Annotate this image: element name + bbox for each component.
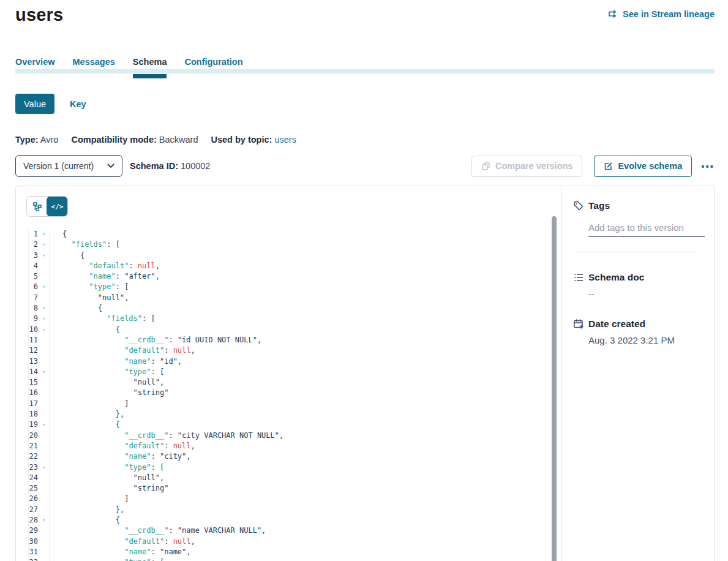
version-bar: Version 1 (current) Schema ID: 100002 Co… [15, 155, 715, 177]
tab-messages[interactable]: Messages [73, 56, 115, 73]
line-number: 28 [16, 515, 38, 525]
code-line: 22 "name": "city", [16, 451, 561, 462]
tab-schema[interactable]: Schema [133, 56, 167, 73]
fold-arrow-icon [38, 505, 50, 515]
tags-section: Tags [573, 200, 699, 252]
code-line: 30 "default": null, [16, 537, 561, 547]
code-line-text: { [50, 515, 120, 525]
code-line: 20 "__crdb__": "city VARCHAR NOT NULL", [16, 431, 561, 441]
code-line: 24 "null", [16, 473, 561, 483]
tree-view-icon [32, 201, 42, 211]
version-actions: Compare versions Evolve schema ••• [471, 156, 715, 177]
fold-arrow-icon [38, 377, 50, 388]
code-line: 27 }, [16, 505, 561, 515]
line-number: 2 [16, 239, 38, 250]
line-number: 11 [16, 335, 38, 345]
code-line: 1▾{ [16, 229, 561, 239]
line-number: 10 [16, 325, 38, 335]
fold-arrow-icon [38, 261, 50, 271]
fold-arrow-icon[interactable]: ▾ [38, 239, 50, 250]
type-value: Avro [40, 135, 59, 145]
code-line: 10▾ { [16, 325, 561, 335]
line-number: 14 [16, 367, 38, 377]
code-line: 28▾ { [16, 515, 561, 525]
more-actions-button[interactable]: ••• [701, 161, 715, 171]
fold-arrow-icon[interactable]: ▾ [38, 557, 50, 561]
fold-arrow-icon[interactable]: ▾ [38, 303, 50, 314]
line-number: 30 [16, 537, 38, 547]
see-in-stream-lineage-link[interactable]: See in Stream lineage [608, 9, 715, 19]
code-line: 7 "null", [16, 293, 561, 303]
code-line: 26 ] [16, 494, 561, 504]
fold-arrow-icon [38, 293, 50, 303]
line-number: 7 [16, 293, 38, 303]
topic-link[interactable]: users [274, 135, 296, 145]
line-number: 16 [16, 388, 38, 398]
fold-arrow-icon[interactable]: ▾ [38, 325, 50, 335]
code-line-text: ] [50, 399, 129, 409]
code-line-text: "type": [ [50, 462, 164, 473]
evolve-schema-button[interactable]: Evolve schema [594, 156, 692, 177]
evolve-schema-label: Evolve schema [618, 161, 682, 171]
compatibility-field: Compatibility mode: Backward [71, 135, 198, 145]
line-number: 27 [16, 505, 38, 515]
compare-icon [481, 162, 490, 171]
fold-arrow-icon [38, 473, 50, 483]
code-line: 8▾ { [16, 303, 561, 314]
schema-doc-value: -- [588, 288, 699, 299]
type-label: Type: [15, 135, 39, 145]
line-number: 18 [16, 409, 38, 420]
value-key-toggle: Value Key [15, 94, 715, 114]
fold-arrow-icon[interactable]: ▾ [38, 462, 50, 473]
date-created-title: Date created [588, 318, 645, 329]
value-toggle-button[interactable]: Value [15, 94, 54, 114]
stream-lineage-icon [608, 9, 618, 19]
tag-icon [573, 200, 584, 211]
compare-versions-button[interactable]: Compare versions [471, 156, 583, 177]
add-tags-input[interactable] [588, 220, 705, 237]
tree-view-button[interactable] [27, 197, 47, 216]
key-toggle-button[interactable]: Key [70, 99, 86, 109]
date-created-header: Date created [573, 318, 699, 329]
code-line-text: "default": null, [50, 441, 195, 451]
editor-scrollbar[interactable] [552, 216, 557, 561]
schema-doc-section: Schema doc -- [573, 272, 699, 299]
code-line: 13 "name": "id", [16, 356, 561, 367]
fold-arrow-icon[interactable]: ▾ [38, 515, 50, 525]
code-line-text: "name": "id", [50, 356, 182, 367]
fold-arrow-icon [38, 335, 50, 345]
code-line-text: { [50, 229, 67, 239]
line-number: 19 [16, 420, 38, 430]
line-number: 12 [16, 345, 38, 356]
code-editor[interactable]: 1▾{2▾ "fields": [3▾ {4 "default": null,5… [16, 229, 561, 561]
code-line-text: "string" [50, 483, 168, 494]
fold-arrow-icon[interactable]: ▾ [38, 420, 50, 430]
fold-arrow-icon [38, 409, 50, 420]
fold-arrow-icon [38, 388, 50, 398]
line-number: 6 [16, 282, 38, 292]
version-select[interactable]: Version 1 (current) [15, 155, 122, 177]
code-view-button[interactable]: </> [47, 197, 67, 216]
fold-arrow-icon[interactable]: ▾ [38, 314, 50, 324]
fold-arrow-icon [38, 271, 50, 282]
code-line: 32▾ "type": [ [16, 557, 561, 561]
line-number: 5 [16, 271, 38, 282]
code-line-text: }, [50, 409, 124, 420]
tags-body [588, 211, 699, 237]
fold-arrow-icon[interactable]: ▾ [38, 229, 50, 239]
schema-id-label: Schema ID: [130, 161, 178, 171]
fold-arrow-icon [38, 537, 50, 547]
line-number: 23 [16, 462, 38, 473]
line-number: 22 [16, 451, 38, 462]
code-line: 16 "string" [16, 388, 561, 398]
line-number: 4 [16, 261, 38, 271]
code-line-text: "default": null, [50, 345, 195, 356]
fold-arrow-icon[interactable]: ▾ [38, 282, 50, 292]
tab-configuration[interactable]: Configuration [184, 56, 242, 73]
compatibility-value: Backward [159, 135, 198, 145]
tab-overview[interactable]: Overview [15, 56, 55, 73]
line-number: 8 [16, 303, 38, 314]
fold-arrow-icon [38, 547, 50, 557]
fold-arrow-icon[interactable]: ▾ [38, 250, 50, 261]
fold-arrow-icon[interactable]: ▾ [38, 367, 50, 377]
